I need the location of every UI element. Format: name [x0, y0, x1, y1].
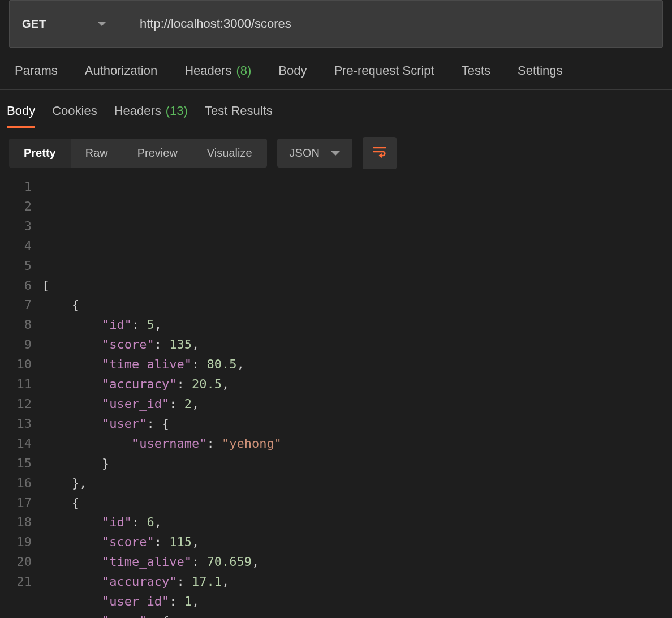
code-line: "accuracy": 17.1, [42, 572, 282, 592]
response-tab-cookies[interactable]: Cookies [52, 100, 97, 128]
request-bar: GET [9, 0, 663, 48]
response-tabs: Body Cookies Headers (13) Test Results [0, 90, 672, 128]
view-mode-group: Pretty Raw Preview Visualize [9, 139, 267, 168]
response-toolbar: Pretty Raw Preview Visualize JSON [0, 128, 672, 177]
code-line: "time_alive": 70.659, [42, 552, 282, 572]
request-url-input[interactable] [128, 1, 662, 47]
code-content[interactable]: [ { "id": 5, "score": 135, "time_alive":… [42, 177, 282, 618]
view-mode-pretty[interactable]: Pretty [9, 139, 71, 168]
response-tab-body[interactable]: Body [7, 100, 35, 128]
code-line: "user_id": 2, [42, 394, 282, 414]
tab-authorization[interactable]: Authorization [85, 63, 157, 78]
http-method-label: GET [22, 18, 46, 31]
line-number: 10 [8, 355, 32, 375]
tab-settings[interactable]: Settings [518, 63, 563, 78]
line-number: 4 [8, 237, 32, 256]
tab-label: Params [15, 63, 58, 78]
line-number: 19 [8, 533, 32, 552]
code-line: "user_id": 1, [42, 592, 282, 612]
tab-label: Headers [184, 63, 231, 78]
http-method-select[interactable]: GET [10, 1, 128, 47]
code-line: "accuracy": 20.5, [42, 375, 282, 394]
code-line: "id": 6, [42, 513, 282, 533]
tab-pre-request-script[interactable]: Pre-request Script [334, 63, 434, 78]
line-number: 1 [8, 177, 32, 197]
line-number: 5 [8, 256, 32, 276]
code-line: { [42, 493, 282, 513]
code-line: { [42, 295, 282, 315]
line-number: 9 [8, 335, 32, 355]
line-number: 11 [8, 375, 32, 394]
tab-label: Body [278, 63, 307, 78]
tab-label: Tests [462, 63, 490, 78]
tab-label: Body [7, 104, 35, 118]
code-line: "time_alive": 80.5, [42, 355, 282, 375]
line-number: 16 [8, 474, 32, 493]
tab-label: Headers [114, 104, 161, 118]
line-number: 21 [8, 572, 32, 592]
response-tab-headers[interactable]: Headers (13) [114, 100, 188, 128]
line-number: 20 [8, 552, 32, 572]
line-number: 8 [8, 315, 32, 335]
response-body-editor[interactable]: 123456789101112131415161718192021 [ { "i… [0, 177, 672, 618]
code-line: } [42, 454, 282, 474]
tab-label: Test Results [205, 104, 273, 118]
tab-label: Cookies [52, 104, 97, 118]
code-line: [ [42, 276, 282, 296]
format-select-label: JSON [290, 147, 320, 160]
tab-params[interactable]: Params [15, 63, 58, 78]
tab-count: (8) [236, 63, 251, 78]
response-tab-test-results[interactable]: Test Results [205, 100, 273, 128]
code-line: }, [42, 474, 282, 493]
line-number: 18 [8, 513, 32, 533]
tab-count: (13) [166, 104, 188, 118]
chevron-down-icon [331, 151, 340, 156]
tab-label: Pre-request Script [334, 63, 434, 78]
code-line: "user": { [42, 414, 282, 434]
tab-body[interactable]: Body [278, 63, 307, 78]
view-mode-preview[interactable]: Preview [123, 139, 192, 168]
chevron-down-icon [97, 22, 106, 26]
line-number: 6 [8, 276, 32, 296]
view-mode-raw[interactable]: Raw [71, 139, 123, 168]
line-number: 17 [8, 493, 32, 513]
line-number: 13 [8, 414, 32, 434]
view-mode-visualize[interactable]: Visualize [192, 139, 267, 168]
line-number: 2 [8, 197, 32, 217]
code-line: "user": { [42, 612, 282, 618]
line-number: 14 [8, 434, 32, 454]
code-line: "id": 5, [42, 315, 282, 335]
format-select[interactable]: JSON [277, 139, 352, 168]
code-line: "score": 115, [42, 533, 282, 552]
line-number: 3 [8, 217, 32, 237]
code-line: "score": 135, [42, 335, 282, 355]
tab-headers[interactable]: Headers (8) [184, 63, 251, 78]
line-number-gutter: 123456789101112131415161718192021 [8, 177, 42, 618]
tab-tests[interactable]: Tests [462, 63, 490, 78]
tab-label: Settings [518, 63, 563, 78]
wrap-lines-icon [372, 144, 387, 162]
tab-label: Authorization [85, 63, 157, 78]
wrap-lines-button[interactable] [363, 137, 397, 169]
line-number: 15 [8, 454, 32, 474]
line-number: 12 [8, 394, 32, 414]
code-line: "username": "yehong" [42, 434, 282, 454]
line-number: 7 [8, 295, 32, 315]
request-tabs: Params Authorization Headers (8) Body Pr… [0, 48, 672, 90]
